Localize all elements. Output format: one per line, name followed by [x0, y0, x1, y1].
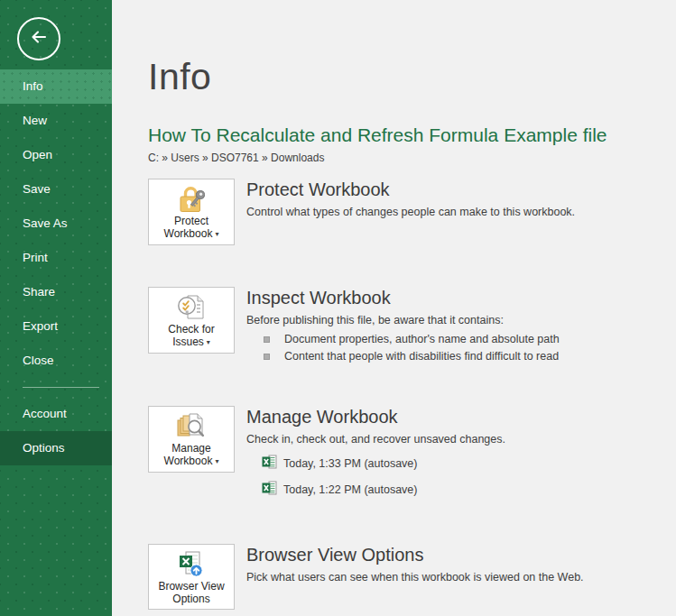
browser-view-options-button[interactable]: Browser View Options: [148, 544, 235, 610]
sidebar-item-account[interactable]: Account: [0, 397, 112, 431]
autosave-version-list: Today, 1:33 PM (autosave): [246, 455, 505, 499]
square-bullet-icon: [264, 354, 270, 360]
back-button[interactable]: [17, 17, 60, 60]
manage-workbook-button-label: Manage Workbook: [164, 442, 219, 468]
info-pane: Info How To Recalculate and Refresh Form…: [112, 0, 676, 616]
protect-workbook-button-label: Protect Workbook: [164, 215, 219, 241]
section-inspect-workbook: Check for Issues Inspect Workbook Before…: [148, 287, 676, 363]
page-title: Info: [148, 56, 676, 98]
manage-workbook-description: Check in, check out, and recover unsaved…: [246, 432, 505, 446]
browser-view-options-heading: Browser View Options: [246, 544, 584, 565]
stacked-documents-magnifier-icon: [175, 411, 208, 442]
breadcrumb: C: » Users » DSO7761 » Downloads: [148, 152, 676, 164]
sidebar-item-info[interactable]: Info: [0, 69, 112, 104]
sidebar-item-close[interactable]: Close: [0, 344, 112, 378]
manage-workbook-text: Manage Workbook Check in, check out, and…: [246, 406, 505, 507]
protect-workbook-button[interactable]: Protect Workbook: [148, 179, 235, 245]
backstage-view: Info New Open Save Save As Print Share E…: [0, 0, 676, 616]
lock-and-key-icon: [175, 184, 208, 215]
dropdown-caret-icon: [212, 455, 218, 468]
autosave-version-label: Today, 1:33 PM (autosave): [283, 457, 417, 470]
bullet-text: Document properties, author's name and a…: [284, 333, 560, 345]
sidebar-item-save[interactable]: Save: [0, 172, 112, 207]
backstage-sidebar: Info New Open Save Save As Print Share E…: [0, 0, 112, 616]
protect-workbook-heading: Protect Workbook: [246, 179, 575, 200]
section-manage-workbook: Manage Workbook Manage Workbook Check in…: [148, 406, 676, 507]
autosave-version-item[interactable]: Today, 1:22 PM (autosave): [262, 481, 505, 499]
browser-view-options-button-label: Browser View Options: [158, 580, 224, 605]
protect-workbook-description: Control what types of changes people can…: [246, 205, 575, 219]
check-for-issues-button-label: Check for Issues: [168, 323, 214, 349]
list-item: Content that people with disabilities fi…: [264, 350, 560, 363]
check-for-issues-button[interactable]: Check for Issues: [148, 287, 235, 354]
inspect-document-icon: [176, 292, 208, 323]
back-arrow-icon: [29, 27, 49, 51]
sidebar-nav: Info New Open Save Save As Print Share E…: [0, 69, 112, 465]
sidebar-item-export[interactable]: Export: [0, 309, 112, 344]
manage-workbook-heading: Manage Workbook: [246, 406, 505, 428]
file-title: How To Recalculate and Refresh Formula E…: [148, 124, 676, 146]
sidebar-item-new[interactable]: New: [0, 104, 112, 138]
bullet-text: Content that people with disabilities fi…: [284, 350, 559, 363]
sidebar-item-options[interactable]: Options: [0, 431, 112, 465]
browser-view-options-text: Browser View Options Pick what users can…: [246, 544, 584, 584]
list-item: Document properties, author's name and a…: [264, 333, 560, 345]
browser-view-options-description: Pick what users can see when this workbo…: [246, 570, 584, 584]
sidebar-divider: [23, 387, 99, 388]
manage-workbook-button[interactable]: Manage Workbook: [148, 406, 235, 473]
autosave-version-label: Today, 1:22 PM (autosave): [283, 483, 417, 496]
info-sections: Protect Workbook Protect Workbook Contro…: [148, 179, 676, 610]
inspect-workbook-text: Inspect Workbook Before publishing this …: [246, 287, 560, 363]
sidebar-item-open[interactable]: Open: [0, 138, 112, 172]
excel-file-icon: [262, 481, 277, 499]
section-browser-view-options: Browser View Options Browser View Option…: [148, 544, 676, 610]
square-bullet-icon: [264, 336, 270, 343]
inspect-workbook-heading: Inspect Workbook: [246, 287, 560, 308]
inspect-workbook-description: Before publishing this file, be aware th…: [246, 313, 560, 327]
sidebar-item-save-as[interactable]: Save As: [0, 207, 112, 241]
dropdown-caret-icon: [212, 227, 218, 241]
protect-workbook-text: Protect Workbook Control what types of c…: [246, 179, 575, 219]
sidebar-item-share[interactable]: Share: [0, 275, 112, 309]
autosave-version-item[interactable]: Today, 1:33 PM (autosave): [262, 455, 505, 473]
section-protect-workbook: Protect Workbook Protect Workbook Contro…: [148, 179, 676, 245]
excel-file-icon: [262, 455, 277, 473]
excel-web-upload-icon: [176, 549, 208, 580]
sidebar-item-print[interactable]: Print: [0, 241, 112, 275]
inspect-findings-list: Document properties, author's name and a…: [246, 333, 560, 363]
dropdown-caret-icon: [204, 336, 210, 349]
